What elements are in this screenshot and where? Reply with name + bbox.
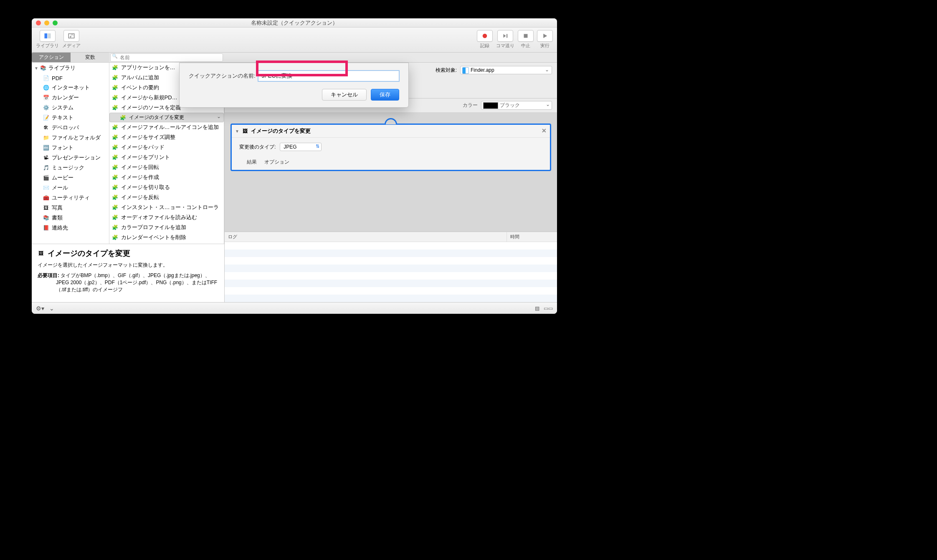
action-list-item[interactable]: 🧩イメージを作成 <box>109 172 224 182</box>
remove-action-button[interactable]: ✕ <box>542 127 547 134</box>
action-list-item[interactable]: 🧩イメージをパッド <box>109 142 224 152</box>
action-item-label: イメージファイル…ールアイコンを追加 <box>121 124 219 131</box>
sidebar-item[interactable]: 📽プレゼンテーション <box>32 153 109 163</box>
svg-point-4 <box>483 34 487 38</box>
svg-rect-6 <box>524 34 528 38</box>
action-icon: 🧩 <box>112 154 119 161</box>
target-label: 検索対象: <box>436 67 457 74</box>
sidebar-item[interactable]: 🔤フォント <box>32 143 109 153</box>
target-app-value: Finder.app <box>471 67 494 73</box>
media-toolbar-button[interactable]: メディア <box>62 30 81 49</box>
action-list-item[interactable]: 🧩イメージファイル…ールアイコンを追加 <box>109 122 224 132</box>
action-list-item[interactable]: 🧩イメージをサイズ調整 <box>109 132 224 142</box>
action-icon: 🧩 <box>112 224 119 231</box>
second-toolbar: アクション 変数 <box>32 53 557 63</box>
action-list-item[interactable]: 🧩オーディオファイルを読み込む <box>109 212 224 222</box>
log-table: ログ 時間 <box>225 232 557 302</box>
sidebar-item[interactable]: 📝テキスト <box>32 113 109 123</box>
search-wrap <box>109 53 557 62</box>
sidebar-item[interactable]: 📅カレンダー <box>32 93 109 103</box>
sidebar-item[interactable]: 🧰ユーティリティ <box>32 193 109 203</box>
action-item-label: カラープロファイルを追加 <box>121 224 186 231</box>
action-icon: 🧩 <box>112 164 119 171</box>
output-type-select[interactable]: JPEG <box>280 143 322 151</box>
description-body: イメージを選択したイメージフォーマットに変換します。 <box>38 262 218 269</box>
library-toolbar-button[interactable]: ライブラリ <box>36 30 59 49</box>
library-sidebar: ▼ 📚 ライブラリ 📄PDF🌐インターネット📅カレンダー⚙️システム📝テキスト🛠… <box>32 63 109 244</box>
action-icon: 🧩 <box>112 124 119 131</box>
disclosure-triangle-icon: ▼ <box>235 129 239 134</box>
sidebar-item[interactable]: 📚書類 <box>32 213 109 223</box>
tab-variables[interactable]: 変数 <box>71 53 109 62</box>
action-list-item[interactable]: 🧩イメージを回転 <box>109 162 224 172</box>
sidebar-item-label: 連絡先 <box>52 224 68 232</box>
action-list-item[interactable]: 🧩イメージをプリント <box>109 152 224 162</box>
action-item-label: イメージを回転 <box>121 164 159 171</box>
sidebar-item[interactable]: 🖼写真 <box>32 203 109 213</box>
action-item-label: イメージのソースを定義 <box>121 104 181 111</box>
cancel-button[interactable]: キャンセル <box>322 89 367 101</box>
status-bar: ⚙︎▾ ⌄ ▤ ▭▭ <box>32 302 557 314</box>
action-list-item[interactable]: 🧩イメージを切り取る <box>109 182 224 192</box>
sidebar-item[interactable]: 🌐インターネット <box>32 83 109 93</box>
sidebar-item[interactable]: 🎬ムービー <box>32 173 109 183</box>
play-icon <box>537 30 553 42</box>
stop-toolbar-button[interactable]: 中止 <box>518 30 534 49</box>
target-app-select[interactable]: Finder.app <box>460 66 552 74</box>
tab-actions[interactable]: アクション <box>32 53 71 62</box>
action-card-footer: 結果 オプション <box>232 156 550 170</box>
options-link[interactable]: オプション <box>264 159 289 166</box>
workflow-view-toggle[interactable]: ⌄ <box>49 305 54 312</box>
action-icon: 🧩 <box>120 114 127 121</box>
close-window-button[interactable] <box>36 20 41 25</box>
action-icon: 🧩 <box>112 194 119 201</box>
action-list-item[interactable]: 🧩イメージを反転 <box>109 192 224 202</box>
save-name-input[interactable] <box>258 71 399 81</box>
action-list-item[interactable]: 🧩インスタント・ス…ョー・コントローラ <box>109 202 224 212</box>
gear-menu-button[interactable]: ⚙︎▾ <box>36 305 44 312</box>
sidebar-item[interactable]: 🛠デベロッパ <box>32 123 109 133</box>
search-input[interactable] <box>110 53 223 62</box>
color-select[interactable]: ブラック <box>481 101 552 110</box>
log-col-time[interactable]: 時間 <box>507 232 557 242</box>
sidebar-item-label: PDF <box>52 75 63 81</box>
sidebar-item[interactable]: ✉️メール <box>32 183 109 193</box>
category-icon: ✉️ <box>43 184 49 191</box>
list-view-icon[interactable]: ▤ <box>535 305 539 311</box>
sidebar-item-label: プレゼンテーション <box>52 154 101 161</box>
log-col-message[interactable]: ログ <box>225 232 507 242</box>
library-icon <box>40 30 56 42</box>
description-title-row: 🖼 イメージのタイプを変更 <box>38 248 218 258</box>
run-toolbar-button[interactable]: 実行 <box>537 30 553 49</box>
sidebar-item[interactable]: 🎵ミュージック <box>32 163 109 173</box>
log-rows <box>225 242 557 302</box>
step-toolbar-button[interactable]: コマ送り <box>496 30 514 49</box>
sidebar-item[interactable]: ⚙️システム <box>32 103 109 113</box>
save-name-label: クイックアクションの名前: <box>189 72 256 80</box>
action-list-item[interactable]: 🧩カレンダーイベントを削除 <box>109 232 224 242</box>
sidebar-item[interactable]: 📄PDF <box>32 73 109 83</box>
results-link[interactable]: 結果 <box>247 159 257 166</box>
save-button[interactable]: 保存 <box>371 89 399 101</box>
sidebar-item-label: システム <box>52 104 73 111</box>
zoom-window-button[interactable] <box>53 20 58 25</box>
record-toolbar-button[interactable]: 記録 <box>477 30 493 49</box>
sidebar-header-label: ライブラリ <box>48 64 76 72</box>
sidebar-item[interactable]: 📁ファイルとフォルダ <box>32 133 109 143</box>
sidebar-item[interactable]: 📕連絡先 <box>32 223 109 233</box>
action-icon: 🧩 <box>112 134 119 141</box>
action-list-item[interactable]: 🧩カラープロファイルを追加 <box>109 222 224 232</box>
action-item-label: イメージを作成 <box>121 174 159 181</box>
action-card-title: イメージのタイプを変更 <box>251 127 311 135</box>
action-icon: 🧩 <box>112 144 119 151</box>
action-card-change-type: ▼ 🖼 イメージのタイプを変更 ✕ 変更後のタイプ: JPEG 結果 オプション <box>230 124 551 171</box>
sidebar-item-label: デベロッパ <box>52 124 79 131</box>
minimize-window-button[interactable] <box>44 20 49 25</box>
action-item-label: カレンダーイベントを削除 <box>121 234 186 241</box>
action-card-header[interactable]: ▼ 🖼 イメージのタイプを変更 ✕ <box>232 125 550 138</box>
action-list-item[interactable]: 🧩イメージのタイプを変更 <box>109 113 224 122</box>
workflow-canvas[interactable]: ▼ 🖼 イメージのタイプを変更 ✕ 変更後のタイプ: JPEG 結果 オプション <box>225 112 557 232</box>
svg-rect-2 <box>68 34 74 38</box>
sidebar-header[interactable]: ▼ 📚 ライブラリ <box>32 63 109 73</box>
flow-view-icon[interactable]: ▭▭ <box>544 305 553 311</box>
